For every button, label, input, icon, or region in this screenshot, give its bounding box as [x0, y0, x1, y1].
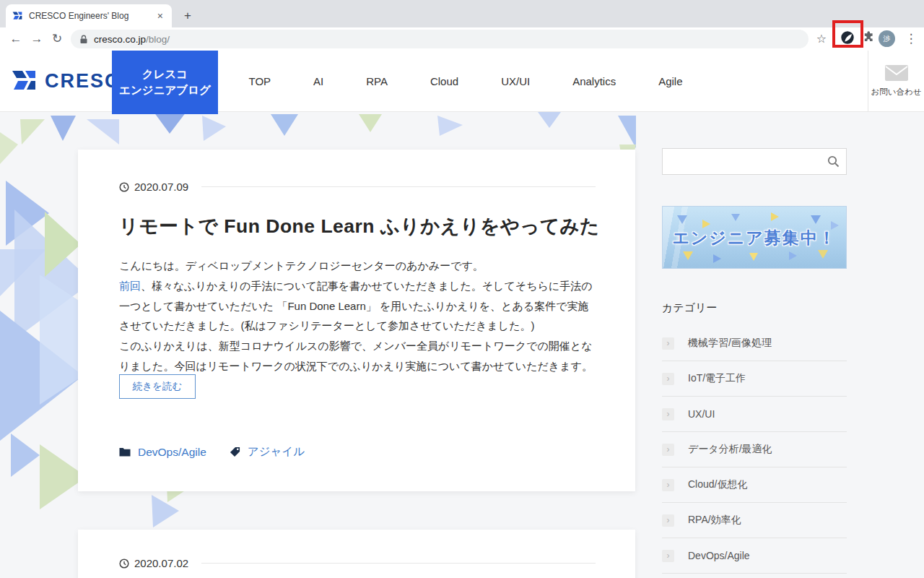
blog-badge-line2: エンジニアブログ [119, 82, 211, 98]
category-item-cloud[interactable]: › Cloud/仮想化 [662, 467, 847, 503]
main-navigation: TOP AI RPA Cloud UX/UI Analytics Agile [227, 51, 704, 112]
dark-reader-icon [840, 30, 855, 46]
categories-list: › 機械学習/画像処理 › IoT/電子工作 › UX/UI › データ分析/最… [662, 326, 847, 574]
category-item-devops[interactable]: › DevOps/Agile [662, 538, 847, 574]
category-label: データ分析/最適化 [688, 443, 772, 456]
chevron-right-icon: › [662, 408, 674, 420]
article-meta-row: DevOps/Agile アジャイル [119, 444, 305, 460]
article-date-row: 2020.07.02 [119, 557, 596, 569]
category-label: RPA/効率化 [688, 514, 741, 527]
clock-icon [119, 558, 129, 569]
nav-item-ai[interactable]: AI [313, 75, 323, 87]
recruiting-banner[interactable]: エンジニア募集中！ [662, 206, 847, 269]
reload-button[interactable]: ↻ [48, 30, 66, 48]
article-title[interactable]: リモートで Fun Done Learn ふりかえりをやってみた [119, 213, 600, 239]
category-label: IoT/電子工作 [688, 372, 746, 385]
article-date: 2020.07.09 [134, 181, 188, 193]
read-more-button[interactable]: 続きを読む [119, 374, 196, 399]
browser-toolbar: ← → ↻ cresco.co.jp/blog/ ☆ 渉 ⋮ [0, 27, 924, 51]
extensions-puzzle-button[interactable] [859, 30, 878, 48]
categories-heading: カテゴリー [662, 301, 717, 315]
search-input[interactable] [663, 149, 820, 174]
chevron-right-icon: › [662, 444, 674, 456]
cresco-favicon-icon [12, 10, 23, 22]
article-card: 2020.07.09 リモートで Fun Done Learn ふりかえりをやっ… [78, 150, 635, 491]
excerpt-paragraph-2: 、様々なふりかえりの手法について記事を書かせていただきました。そしてそちらに手法… [119, 280, 593, 332]
date-divider [201, 563, 596, 564]
nav-item-cloud[interactable]: Cloud [430, 75, 458, 87]
category-item-rpa[interactable]: › RPA/効率化 [662, 503, 847, 538]
contact-label: お問い合わせ [871, 87, 921, 98]
site-header: CRESCO クレスコ エンジニアブログ TOP AI RPA Cloud UX… [0, 51, 924, 112]
previous-article-link[interactable]: 前回 [119, 280, 141, 292]
cresco-logo-mark-icon [9, 66, 38, 95]
lock-icon [79, 35, 88, 44]
excerpt-paragraph-1: こんにちは。ディベロップメントテクノロジーセンターのあかみーです。 [119, 259, 484, 272]
bookmark-star-button[interactable]: ☆ [812, 30, 831, 48]
address-bar[interactable]: cresco.co.jp/blog/ [71, 30, 808, 48]
category-label: DevOps/Agile [688, 550, 750, 561]
browser-tabstrip: CRESCO Engineers' Blog × + [0, 0, 924, 27]
url-path: /blog/ [146, 34, 170, 45]
clock-icon [119, 182, 129, 192]
back-button[interactable]: ← [6, 30, 25, 48]
article-excerpt: こんにちは。ディベロップメントテクノロジーセンターのあかみーです。 前回、様々な… [119, 256, 597, 376]
date-divider [201, 186, 596, 187]
category-item-ml[interactable]: › 機械学習/画像処理 [662, 326, 847, 361]
banner-text: エンジニア募集中！ [663, 227, 846, 249]
chevron-right-icon: › [662, 550, 674, 562]
forward-button[interactable]: → [27, 30, 46, 48]
article-card: 2020.07.02 [78, 530, 635, 578]
page-body: 2020.07.09 リモートで Fun Done Learn ふりかえりをやっ… [0, 112, 924, 578]
folder-icon [119, 447, 131, 457]
nav-item-analytics[interactable]: Analytics [572, 75, 616, 87]
tab-title: CRESCO Engineers' Blog [29, 11, 154, 21]
category-label: UX/UI [688, 408, 715, 420]
envelope-icon [885, 65, 908, 81]
search-button[interactable] [820, 149, 846, 174]
chrome-menu-button[interactable]: ⋮ [902, 30, 920, 48]
chevron-right-icon: › [662, 337, 674, 350]
article-date-row: 2020.07.09 [119, 181, 596, 193]
nav-item-rpa[interactable]: RPA [366, 75, 388, 87]
category-label: 機械学習/画像処理 [688, 337, 772, 350]
category-label: Cloud/仮想化 [688, 478, 747, 491]
blog-title-badge[interactable]: クレスコ エンジニアブログ [112, 51, 218, 114]
tag-icon [230, 447, 240, 457]
url-host: cresco.co.jp [94, 34, 146, 45]
nav-item-agile[interactable]: Agile [658, 75, 682, 87]
sidebar-search [662, 148, 847, 175]
chevron-right-icon: › [662, 479, 674, 491]
browser-tab[interactable]: CRESCO Engineers' Blog × [6, 4, 172, 27]
article-date: 2020.07.02 [134, 557, 188, 569]
tab-close-icon[interactable]: × [154, 10, 166, 22]
contact-button[interactable]: お問い合わせ [868, 51, 924, 112]
search-icon [827, 155, 840, 168]
nav-item-uxui[interactable]: UX/UI [501, 75, 530, 87]
excerpt-paragraph-3: このふりかえりは、新型コロナウイルスの影響で、メンバー全員がリモートワークでの開… [119, 340, 593, 372]
category-item-iot[interactable]: › IoT/電子工作 [662, 361, 847, 397]
category-item-uxui[interactable]: › UX/UI [662, 397, 847, 432]
article-category-link[interactable]: DevOps/Agile [138, 446, 206, 459]
puzzle-icon [863, 30, 875, 43]
blog-badge-line1: クレスコ [142, 66, 188, 82]
chevron-right-icon: › [662, 373, 674, 385]
category-item-data[interactable]: › データ分析/最適化 [662, 432, 847, 467]
nav-item-top[interactable]: TOP [248, 75, 271, 87]
profile-avatar[interactable]: 渉 [879, 30, 895, 47]
new-tab-button[interactable]: + [179, 7, 196, 25]
chevron-right-icon: › [662, 514, 674, 527]
dark-reader-extension-button[interactable] [838, 30, 857, 48]
article-tag-link[interactable]: アジャイル [248, 444, 305, 460]
